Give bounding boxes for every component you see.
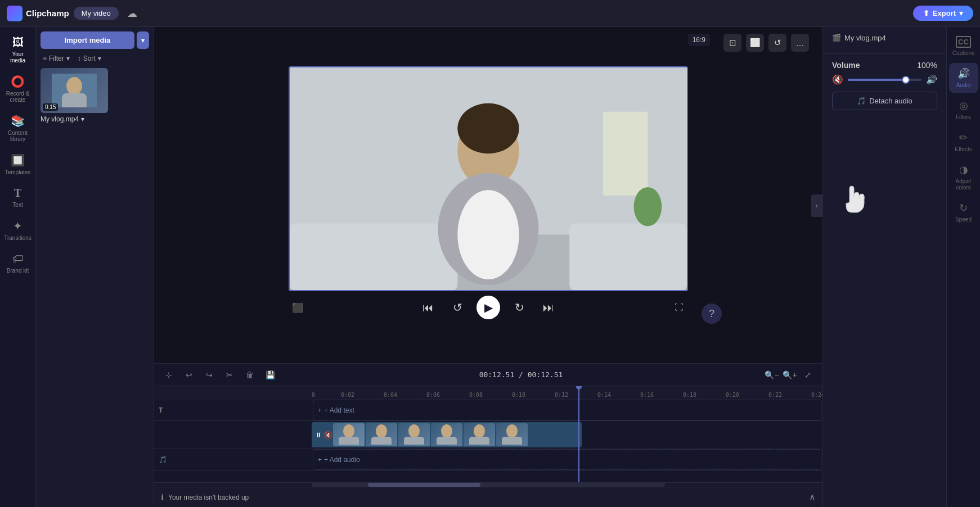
cut-button[interactable]: ✂	[222, 367, 237, 383]
brand-kit-icon: 🏷	[12, 252, 24, 265]
svg-rect-18	[404, 437, 424, 445]
video-track: ⏸ 🔇	[154, 421, 822, 449]
fast-forward-button[interactable]: ↻	[509, 297, 529, 318]
panel-collapse-button[interactable]: ‹	[811, 194, 822, 217]
play-pause-button[interactable]: ▶	[476, 296, 500, 319]
add-audio-plus-icon: +	[318, 456, 322, 464]
rewind-button[interactable]: ↺	[447, 297, 467, 318]
center-area: 16:9 ⊡ ⬜ ↺ …	[154, 27, 822, 507]
sidebar-item-speed[interactable]: ↻ Speed	[949, 197, 978, 227]
captions-icon: CC	[956, 36, 971, 48]
volume-thumb[interactable]	[902, 76, 910, 84]
detach-audio-button[interactable]: 🎵 Detach audio	[832, 92, 937, 110]
import-chevron-button[interactable]: ▾	[137, 31, 149, 49]
timeline-tracks: T + + Add text ⏸	[154, 400, 822, 482]
zoom-out-button[interactable]: 🔍−	[764, 367, 780, 383]
right-panel: 🎬 My vlog.mp4 Volume 100% 🔇 🔊 🎵 Detach a…	[822, 27, 946, 507]
templates-icon: 🔲	[11, 153, 25, 167]
delete-button[interactable]: 🗑	[242, 367, 258, 383]
sort-chevron-icon: ▾	[98, 55, 101, 62]
volume-value: 100%	[917, 61, 937, 70]
magnetic-snap-button[interactable]: ⊹	[161, 367, 177, 383]
caption-overlay-button[interactable]: ⬜	[746, 34, 764, 52]
fullscreen-button[interactable]: ⛶	[670, 298, 688, 316]
file-icon: 🎬	[832, 34, 841, 42]
left-sidebar: 🖼 Your media ⭕ Record & create 📚 Content…	[0, 27, 36, 507]
filter-chevron-icon: ▾	[66, 55, 70, 62]
detach-icon: 🎵	[857, 97, 866, 105]
ruler-mark: 0:22	[768, 392, 811, 398]
sidebar-item-templates[interactable]: 🔲 Templates	[2, 149, 34, 180]
aspect-ratio-badge: 16:9	[688, 34, 710, 46]
timeline-scrollbar[interactable]	[154, 482, 822, 487]
text-track-label: T	[154, 406, 312, 414]
svg-rect-22	[469, 437, 489, 445]
tab-my-video[interactable]: My video	[74, 7, 119, 20]
skip-back-button[interactable]: ⏮	[418, 297, 438, 318]
rotate-button[interactable]: ↺	[768, 34, 786, 52]
effects-icon: ✏	[959, 132, 968, 144]
ruler-mark: 0:20	[726, 392, 768, 398]
media-panel: Import media ▾ ≡ Filter ▾ ↕ Sort ▾	[36, 27, 154, 507]
sidebar-item-transitions[interactable]: ✦ Transitions	[2, 215, 34, 246]
sidebar-item-captions[interactable]: CC Captions	[949, 31, 978, 61]
add-audio-button[interactable]: + + Add audio	[318, 456, 360, 464]
transitions-icon: ✦	[13, 219, 23, 233]
more-options-button[interactable]: …	[791, 34, 809, 52]
sort-button[interactable]: ↕ Sort ▾	[75, 53, 104, 64]
thumbnail-preview	[52, 74, 97, 107]
video-background	[290, 67, 687, 290]
captions-toggle-button[interactable]: ⬛	[289, 298, 307, 316]
clip-thumbnail	[398, 423, 430, 446]
media-thumbnail: 0:15	[41, 68, 108, 113]
ruler-mark: 0:08	[469, 392, 512, 398]
file-name: My vlog.mp4	[844, 34, 886, 42]
sidebar-item-adjust-colors[interactable]: ◑ Adjust colors	[949, 159, 978, 195]
import-media-button[interactable]: Import media	[41, 31, 134, 49]
sidebar-item-filters[interactable]: ◎ Filters	[949, 95, 978, 125]
scrollbar-thumb[interactable]	[368, 483, 480, 487]
export-button[interactable]: ⬆ Export ▾	[913, 6, 973, 21]
save-button[interactable]: 💾	[262, 367, 278, 383]
preview-area: 16:9 ⊡ ⬜ ↺ …	[154, 27, 822, 363]
video-track-content: ⏸ 🔇	[312, 421, 822, 449]
file-name-row: 🎬 My vlog.mp4	[832, 34, 937, 42]
logo-icon	[7, 6, 23, 21]
scrollbar-track	[312, 483, 665, 487]
cloud-icon[interactable]: ☁	[123, 4, 141, 22]
sidebar-item-brand-kit[interactable]: 🏷 Brand kit	[2, 248, 34, 278]
crop-button[interactable]: ⊡	[723, 34, 741, 52]
ruler-mark: 0:06	[426, 392, 469, 398]
clip-volume-icon: 🔇	[324, 431, 332, 439]
volume-label: Volume	[832, 61, 860, 70]
list-item[interactable]: 0:15 My vlog.mp4 ▾	[41, 68, 149, 123]
sidebar-item-content-library[interactable]: 📚 Content library	[2, 110, 34, 147]
media-item-label: My vlog.mp4 ▾	[41, 115, 149, 123]
fit-timeline-button[interactable]: ⤢	[800, 367, 816, 383]
svg-rect-2	[62, 93, 87, 107]
skip-forward-button[interactable]: ⏭	[538, 297, 559, 318]
sidebar-item-text[interactable]: T Text	[2, 182, 34, 212]
filters-icon: ◎	[959, 99, 968, 112]
volume-slider[interactable]	[848, 79, 921, 81]
add-text-button[interactable]: + + Add text	[318, 406, 354, 414]
undo-button[interactable]: ↩	[181, 367, 197, 383]
redo-button[interactable]: ↪	[201, 367, 217, 383]
help-button[interactable]: ?	[702, 304, 722, 324]
app-logo: Clipchamp	[7, 6, 69, 21]
svg-point-12	[457, 190, 519, 279]
sidebar-item-record-create[interactable]: ⭕ Record & create	[2, 70, 34, 107]
speed-icon: ↻	[959, 202, 968, 214]
sidebar-item-your-media[interactable]: 🖼 Your media	[2, 31, 34, 68]
clip-thumbnail	[366, 423, 397, 446]
backup-dismiss-button[interactable]: ∧	[809, 492, 816, 503]
video-clip[interactable]: ⏸ 🔇	[312, 422, 582, 447]
svg-rect-20	[437, 437, 457, 445]
filter-button[interactable]: ≡ Filter ▾	[41, 53, 72, 64]
svg-point-1	[66, 77, 82, 95]
warning-icon: ℹ	[161, 493, 164, 502]
ruler-mark: 0:18	[683, 392, 726, 398]
zoom-in-button[interactable]: 🔍+	[782, 367, 798, 383]
sidebar-item-audio[interactable]: 🔊 Audio	[949, 63, 978, 93]
sidebar-item-effects[interactable]: ✏ Effects	[949, 127, 978, 157]
